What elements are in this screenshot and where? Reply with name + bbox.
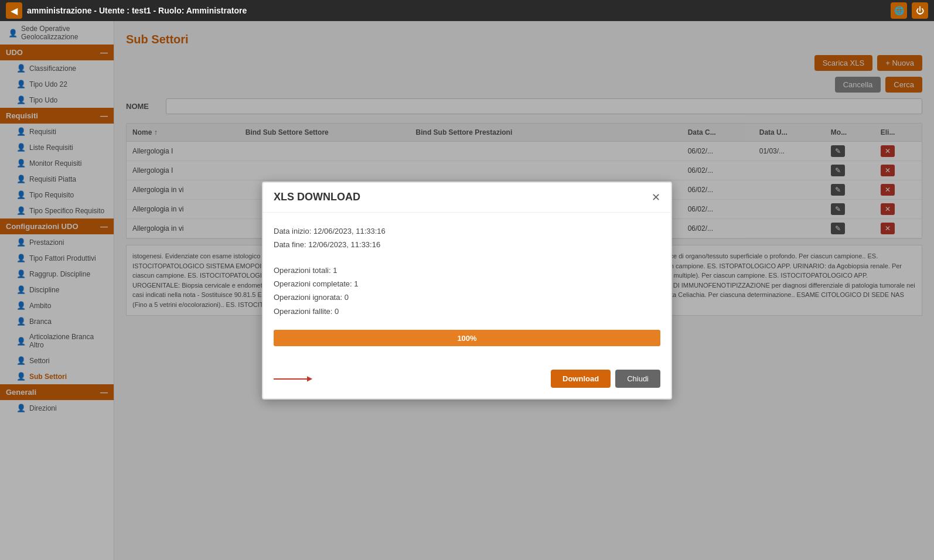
app-title: amministrazione - Utente : test1 - Ruolo… (27, 6, 247, 15)
progress-bar-container: 100% (274, 330, 660, 346)
op-totali-row: Operazioni totali: 1 (274, 264, 660, 277)
back-button[interactable]: ◀ (6, 2, 22, 19)
data-inizio-row: Data inizio: 12/06/2023, 11:33:16 (274, 224, 660, 238)
op-ignorata-label: Operazioni ignorata: (274, 293, 342, 302)
arrow-line: ▶ (274, 378, 309, 380)
progress-bar-fill: 100% (274, 330, 660, 346)
op-completate-label: Operazioni completate: (274, 279, 352, 288)
modal-overlay: XLS DOWNLOAD ✕ Data inizio: 12/06/2023, … (0, 21, 934, 560)
op-totali-value: 1 (333, 266, 337, 275)
op-completate-value: 1 (354, 279, 358, 288)
op-fallite-value: 0 (335, 307, 339, 316)
data-fine-row: Data fine: 12/06/2023, 11:33:16 (274, 238, 660, 251)
data-inizio-value: 12/06/2023, 11:33:16 (313, 227, 386, 235)
modal-body: Data inizio: 12/06/2023, 11:33:16 Data f… (263, 213, 671, 370)
modal-header: XLS DOWNLOAD ✕ (263, 183, 671, 213)
modal-stats: Operazioni totali: 1 Operazioni completa… (274, 264, 660, 319)
op-totali-label: Operazioni totali: (274, 266, 331, 275)
modal-info: Data inizio: 12/06/2023, 11:33:16 Data f… (274, 224, 660, 252)
xls-download-modal: XLS DOWNLOAD ✕ Data inizio: 12/06/2023, … (262, 182, 672, 399)
modal-footer: ▶ Download Chiudi (263, 370, 671, 398)
data-inizio-label: Data inizio: (274, 227, 311, 235)
data-fine-value: 12/06/2023, 11:33:16 (308, 240, 380, 249)
modal-close-x-button[interactable]: ✕ (652, 191, 660, 204)
op-ignorata-row: Operazioni ignorata: 0 (274, 291, 660, 304)
modal-title: XLS DOWNLOAD (274, 191, 360, 203)
arrow-indicator: ▶ (274, 370, 309, 388)
topbar: ◀ amministrazione - Utente : test1 - Ruo… (0, 0, 934, 21)
op-fallite-label: Operazioni fallite: (274, 307, 332, 316)
chiudi-button[interactable]: Chiudi (615, 370, 660, 388)
op-completate-row: Operazioni completate: 1 (274, 277, 660, 291)
progress-text: 100% (457, 334, 476, 343)
op-fallite-row: Operazioni fallite: 0 (274, 305, 660, 318)
data-fine-label: Data fine: (274, 240, 306, 249)
arrow-head: ▶ (307, 374, 312, 383)
download-button[interactable]: Download (551, 370, 611, 388)
op-ignorata-value: 0 (345, 293, 349, 302)
power-icon[interactable]: ⏻ (912, 2, 928, 19)
globe-icon[interactable]: 🌐 (891, 2, 907, 19)
